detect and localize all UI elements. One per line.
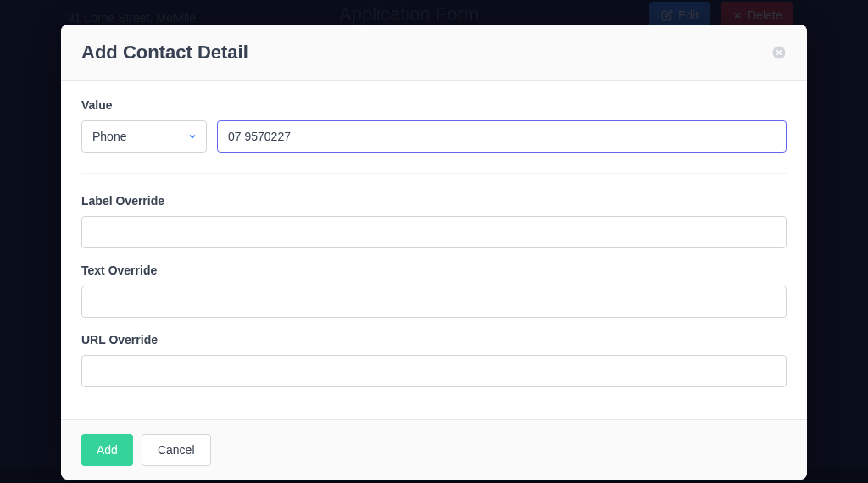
close-icon[interactable] [771,45,787,60]
modal-title: Add Contact Detail [81,42,248,64]
value-input[interactable] [217,120,787,153]
text-override-group: Text Override [81,264,787,318]
label-override-group: Label Override [81,194,787,248]
modal-footer: Add Cancel [61,419,807,480]
value-label: Value [81,98,787,112]
add-button[interactable]: Add [81,434,133,466]
cancel-button[interactable]: Cancel [142,434,211,466]
label-override-label: Label Override [81,194,787,208]
text-override-input[interactable] [81,286,787,318]
url-override-label: URL Override [81,333,787,347]
contact-type-select[interactable]: Phone [81,120,207,153]
add-contact-modal: Add Contact Detail Value Phone Label Ove… [61,25,807,480]
label-override-input[interactable] [81,216,787,248]
contact-type-selected: Phone [92,130,126,143]
text-override-label: Text Override [81,264,787,277]
chevron-down-icon [187,131,198,142]
modal-header: Add Contact Detail [61,25,807,81]
url-override-input[interactable] [81,355,787,387]
value-row: Phone [81,120,787,174]
modal-body: Value Phone Label Override Text Override… [61,81,807,419]
url-override-group: URL Override [81,333,787,387]
